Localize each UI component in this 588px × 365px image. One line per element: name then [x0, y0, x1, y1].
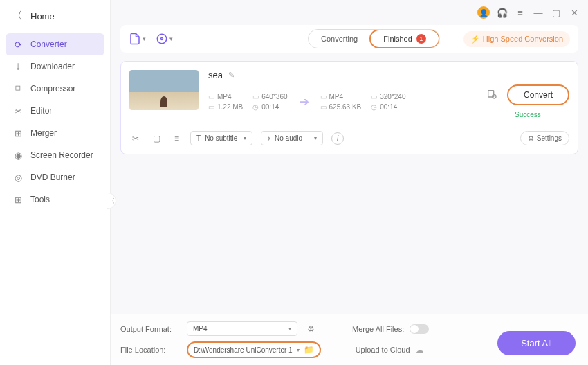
back-icon[interactable]: 〈	[12, 10, 22, 22]
file-location-label: File Location:	[120, 346, 180, 354]
chevron-down-icon: ▾	[314, 135, 317, 141]
sidebar-item-converter[interactable]: ⟳ Converter	[6, 33, 104, 55]
source-meta: ▭MP4 ▭640*360 ▭1.22 MB ◷00:14	[208, 93, 288, 111]
bolt-icon: ⚡	[470, 35, 480, 44]
output-settings-icon[interactable]	[486, 89, 497, 102]
tab-label: Finished	[383, 35, 412, 43]
output-format-select[interactable]: MP4 ▾	[187, 321, 297, 336]
size-icon: ▭	[320, 103, 327, 111]
chevron-down-icon: ▾	[288, 326, 291, 332]
merge-label: Merge All Files:	[352, 325, 404, 333]
status-tabs: Converting Finished 1	[308, 29, 440, 48]
duration-icon: ◷	[252, 103, 259, 111]
audio-select[interactable]: ♪ No audio ▾	[261, 131, 323, 145]
crop-icon[interactable]: ▢	[150, 132, 163, 145]
maximize-icon[interactable]: ▢	[551, 7, 562, 18]
merger-icon: ⊞	[12, 127, 24, 139]
trim-icon[interactable]: ✂	[129, 132, 142, 145]
hsc-label: High Speed Conversion	[483, 35, 563, 43]
sidebar-item-dvd-burner[interactable]: ◎ DVD Burner	[6, 166, 104, 188]
sidebar-item-tools[interactable]: ⊞ Tools	[6, 188, 104, 211]
convert-button[interactable]: Convert	[507, 84, 569, 105]
sidebar-item-label: Editor	[30, 106, 52, 116]
headset-icon[interactable]: 🎧	[497, 7, 508, 18]
task-card: sea ✎ ▭MP4 ▭640*360 ▭1.22 MB ◷00:14 ➔ ▭M…	[120, 61, 578, 154]
size-icon: ▭	[208, 103, 214, 111]
svg-point-1	[161, 38, 163, 40]
tools-icon: ⊞	[12, 194, 24, 205]
finished-badge: 1	[416, 34, 426, 44]
file-location-select[interactable]: D:\Wondershare UniConverter 1 ▾ 📁	[187, 341, 321, 358]
upload-cloud-label: Upload to Cloud	[356, 346, 410, 354]
minimize-icon[interactable]: —	[533, 7, 544, 18]
download-icon: ⭳	[12, 61, 24, 72]
svg-point-0	[157, 34, 167, 44]
cloud-icon[interactable]: ☁	[416, 346, 423, 355]
output-settings-gear-icon[interactable]: ⚙	[304, 323, 318, 335]
sidebar-item-merger[interactable]: ⊞ Merger	[6, 122, 104, 144]
close-icon[interactable]: ✕	[569, 7, 580, 18]
sidebar-item-label: DVD Burner	[30, 172, 75, 182]
task-settings-button[interactable]: ⚙ Settings	[520, 131, 569, 145]
editor-icon: ✂	[12, 105, 24, 116]
add-file-button[interactable]: ▾	[129, 33, 146, 45]
sidebar-item-downloader[interactable]: ⭳ Downloader	[6, 55, 104, 78]
resolution-icon: ▭	[252, 93, 259, 100]
add-dvd-button[interactable]: ▾	[156, 33, 173, 45]
resolution-icon: ▭	[371, 93, 377, 100]
converter-icon: ⟳	[12, 39, 24, 50]
avatar[interactable]: 👤	[477, 6, 490, 19]
gear-icon: ⚙	[528, 134, 534, 142]
dvd-icon: ◎	[12, 172, 24, 183]
video-thumbnail[interactable]	[129, 70, 199, 110]
home-label: Home	[30, 11, 55, 21]
video-icon: ▭	[320, 93, 327, 100]
merge-toggle[interactable]	[410, 324, 429, 334]
recorder-icon: ◉	[12, 150, 24, 161]
menu-icon[interactable]: ≡	[515, 7, 526, 18]
effect-icon[interactable]: ≡	[172, 132, 182, 145]
chevron-down-icon: ▾	[244, 135, 246, 141]
subtitle-icon: T	[196, 134, 201, 142]
task-title: sea	[208, 70, 223, 80]
chevron-down-icon: ▾	[297, 347, 300, 353]
audio-icon: ♪	[267, 134, 270, 142]
task-status: Success	[515, 111, 541, 118]
tab-converting[interactable]: Converting	[309, 30, 370, 48]
sidebar-item-label: Compressor	[30, 84, 75, 94]
sidebar-item-label: Merger	[30, 128, 57, 138]
arrow-icon: ➔	[299, 94, 309, 109]
folder-icon[interactable]: 📁	[304, 345, 314, 355]
sidebar-item-label: Downloader	[30, 62, 75, 71]
info-icon[interactable]: i	[331, 132, 344, 145]
start-all-button[interactable]: Start All	[497, 331, 576, 355]
output-format-label: Output Format:	[120, 325, 180, 333]
edit-title-icon[interactable]: ✎	[228, 71, 235, 80]
target-meta: ▭MP4 ▭320*240 ▭625.63 KB ◷00:14	[320, 93, 406, 111]
sidebar-item-editor[interactable]: ✂ Editor	[6, 100, 104, 122]
high-speed-conversion[interactable]: ⚡ High Speed Conversion	[463, 31, 570, 47]
tab-finished[interactable]: Finished 1	[369, 29, 440, 48]
subtitle-select[interactable]: T No subtitle ▾	[190, 131, 252, 145]
sidebar-item-label: Screen Recorder	[30, 150, 93, 160]
tab-label: Converting	[321, 35, 358, 43]
sidebar-item-label: Tools	[30, 195, 50, 204]
sidebar-item-label: Converter	[30, 39, 67, 49]
compress-icon: ⧉	[12, 83, 24, 94]
video-icon: ▭	[208, 93, 214, 100]
sidebar-item-compressor[interactable]: ⧉ Compressor	[6, 78, 104, 100]
sidebar-item-screen-recorder[interactable]: ◉ Screen Recorder	[6, 144, 104, 166]
duration-icon: ◷	[371, 103, 377, 111]
